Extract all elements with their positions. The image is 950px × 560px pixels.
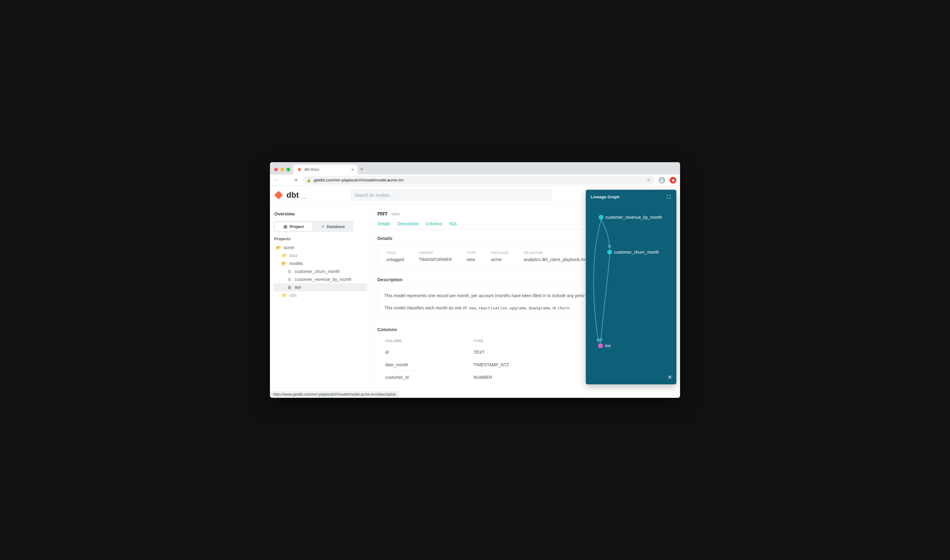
detail-tags: TAGS untagged <box>386 251 404 262</box>
lineage-node-c[interactable] <box>598 343 603 348</box>
close-icon[interactable]: ✕ <box>668 374 672 381</box>
description-line2-pre: This model classifies each month as one … <box>384 305 468 310</box>
detail-relation: RELATION analytics.dbt_claire_playbook.m… <box>524 251 587 262</box>
tab-title: dbt Docs <box>304 168 319 172</box>
sep: , <box>476 305 478 310</box>
tree-folder-models[interactable]: 📂 models <box>274 260 367 268</box>
window-maximize-button[interactable] <box>286 168 290 171</box>
detail-relation-label: RELATION <box>524 251 587 255</box>
tab-strip: dbt Docs × + <box>270 162 680 174</box>
lineage-title: Lineage Graph <box>591 195 620 199</box>
search-wrap <box>350 189 553 202</box>
omnibox[interactable]: 🔒 getdbt.com/mrr-playbook/#!/model/model… <box>303 176 654 185</box>
lineage-node-c-label: mrr <box>605 343 611 348</box>
sep: , <box>526 305 528 310</box>
projects-heading: Projects <box>274 237 366 241</box>
folder-icon: 📁 <box>282 253 286 258</box>
model-name: mrr <box>377 210 388 217</box>
segmented-project-label: Project <box>290 224 304 229</box>
description-line2-end: . <box>570 305 571 310</box>
tree-file-customer-churn-month[interactable]: 🗎 customer_churn_month <box>274 268 367 275</box>
profile-avatar[interactable] <box>659 177 665 184</box>
sep-or: , or <box>550 305 557 310</box>
window-controls <box>273 168 293 174</box>
tree-file-mrr[interactable]: 🗎 mrr <box>274 283 367 291</box>
class-new: new <box>468 306 476 310</box>
browser-toolbar: ← → ⟳ 🔒 getdbt.com/mrr-playbook/#!/model… <box>270 174 680 186</box>
tab-details[interactable]: Details <box>377 221 391 226</box>
folder-icon: 📁 <box>282 293 286 298</box>
extension-badge[interactable]: ◆ <box>670 177 676 184</box>
file-icon: 🗎 <box>287 277 292 282</box>
url-text: getdbt.com/mrr-playbook/#!/model/model.a… <box>314 178 404 182</box>
new-tab-button[interactable]: + <box>357 166 366 174</box>
browser-tab[interactable]: dbt Docs × <box>293 165 357 174</box>
detail-package-label: PACKAGE <box>491 251 509 255</box>
database-icon: ≡ <box>322 224 324 229</box>
detail-relation-value: analytics.dbt_claire_playbook.mrr <box>524 257 587 262</box>
tree-file-label: mrr <box>295 285 301 290</box>
tab-columns[interactable]: Columns <box>425 221 442 226</box>
tree-file-label: customer_revenue_by_month <box>295 277 351 282</box>
nav-back-button[interactable]: ← <box>274 178 279 182</box>
lineage-node-a-label: customer_revenue_by_month <box>605 215 662 220</box>
col-name: id <box>377 346 469 358</box>
class-churn: churn <box>557 306 570 310</box>
col-type: NUMBER <box>469 371 583 383</box>
file-icon: 🗎 <box>287 269 292 274</box>
brand-cursor: _ <box>302 190 306 200</box>
detail-tags-label: TAGS <box>386 251 404 255</box>
dbt-favicon <box>297 167 302 172</box>
model-kind: view <box>391 211 400 216</box>
tab-close-icon[interactable]: × <box>351 168 354 172</box>
tree-folder-utils[interactable]: 📁 utils <box>274 291 367 299</box>
tab-sql[interactable]: SQL <box>449 221 457 226</box>
class-upgrade: upgrade <box>509 306 526 310</box>
tab-description[interactable]: Description <box>397 221 419 226</box>
lineage-node-a[interactable] <box>599 215 604 220</box>
detail-type-label: TYPE <box>467 251 477 255</box>
segmented-project[interactable]: ▣ Project <box>275 222 312 231</box>
detail-package: PACKAGE acme <box>491 251 509 262</box>
tree-project-acme[interactable]: 📂 acme <box>274 243 367 252</box>
app-viewport: dbt_ Overview ▣ Project ≡ Database <box>270 186 680 398</box>
col-type: TIMESTAMP_NTZ <box>469 358 583 371</box>
window-close-button[interactable] <box>274 168 278 171</box>
svg-point-0 <box>661 179 663 180</box>
lineage-graph[interactable]: customer_revenue_by_month customer_churn… <box>586 204 676 375</box>
dbt-logo-mark <box>274 190 283 200</box>
search-input[interactable] <box>350 189 553 202</box>
lineage-node-b-label: customer_churn_month <box>614 250 659 255</box>
expand-icon[interactable] <box>666 194 671 200</box>
detail-owner-label: OWNER <box>419 251 452 255</box>
browser-window: dbt Docs × + ← → ⟳ 🔒 getdbt.com/mrr-play… <box>270 162 680 398</box>
lineage-header: Lineage Graph <box>586 190 676 204</box>
tree-file-label: customer_churn_month <box>295 269 340 274</box>
brand-text: dbt <box>286 190 299 200</box>
segmented-database-label: Database <box>326 224 345 229</box>
tree-folder-data-label: data <box>289 253 297 258</box>
detail-package-value: acme <box>491 257 509 262</box>
col-name: date_month <box>377 358 469 371</box>
detail-type: TYPE view <box>467 251 477 262</box>
folder-icon: ▣ <box>283 224 287 229</box>
folder-open-icon: 📂 <box>276 245 281 250</box>
detail-owner: OWNER TRANSFORMER <box>419 251 452 262</box>
dbt-logo[interactable]: dbt_ <box>274 190 306 200</box>
sidebar-segmented: ▣ Project ≡ Database <box>274 221 353 232</box>
col-type: TEXT <box>469 346 583 358</box>
overview-heading: Overview <box>274 211 366 216</box>
sidebar: Overview ▣ Project ≡ Database Projects 📂 <box>270 205 371 398</box>
segmented-database[interactable]: ≡ Database <box>315 222 352 231</box>
lineage-node-b[interactable] <box>607 250 612 255</box>
tree-file-customer-revenue-by-month[interactable]: 🗎 customer_revenue_by_month <box>274 275 367 283</box>
bookmark-star-icon[interactable]: ☆ <box>647 177 651 183</box>
tree-folder-data[interactable]: 📁 data <box>274 252 367 260</box>
folder-open-icon: 📂 <box>282 261 286 266</box>
col-header-column: COLUMN <box>377 336 469 346</box>
window-minimize-button[interactable] <box>280 168 284 171</box>
tree-folder-utils-label: utils <box>289 293 297 298</box>
lock-icon: 🔒 <box>307 178 311 182</box>
nav-forward-button[interactable]: → <box>283 178 289 182</box>
nav-reload-button[interactable]: ⟳ <box>293 178 299 182</box>
